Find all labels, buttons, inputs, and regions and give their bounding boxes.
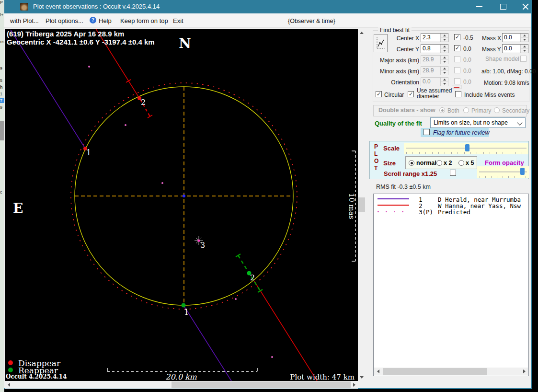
size-x5-label: x 5 (466, 160, 474, 166)
scroll-left-arrow[interactable] (374, 368, 382, 375)
app-icon[interactable] (20, 3, 28, 11)
chord1-swatch (378, 198, 409, 199)
center-dot (183, 195, 185, 197)
orientation-spinner: 0.0 (421, 77, 448, 86)
maximize-icon (500, 4, 506, 10)
observer-row[interactable]: 1 D Herald, near Murrumba (374, 196, 528, 202)
close-button[interactable] (515, 0, 536, 13)
occult-plot-window: Plot event observations : Occult v.4.202… (4, 0, 532, 389)
plot-vscrollbar[interactable] (358, 29, 366, 381)
observer-row[interactable]: 3(P) Predicted (374, 208, 528, 215)
size-normal-radio[interactable] (409, 160, 414, 166)
plot-letter: T (374, 165, 378, 172)
find-best-fit-title: Find best fit (378, 27, 412, 34)
chord1-departure (183, 305, 231, 381)
flag-checkbox[interactable] (424, 129, 430, 135)
red-line-icon (454, 87, 459, 88)
spinner-up-icon[interactable] (521, 34, 528, 38)
major-axis-checkbox (454, 56, 460, 62)
scale-slider-thumb[interactable] (465, 144, 469, 151)
strip-char: 5 (0, 78, 2, 83)
spinner-up-icon[interactable] (441, 34, 448, 38)
minimize-button[interactable] (469, 0, 490, 13)
center-y-checkbox[interactable] (454, 45, 460, 51)
scroll-left-arrow[interactable] (5, 381, 12, 389)
spinner-up-icon (441, 67, 448, 71)
spinner-up-icon[interactable] (521, 45, 528, 49)
center-x-checkbox[interactable] (454, 34, 460, 40)
size-x5-radio[interactable] (458, 160, 464, 166)
minor-axis-value: 28.9 (421, 67, 440, 75)
strip-block (0, 121, 4, 140)
occultation-plot[interactable]: (619) Triberga 2025 Apr 16 28.9 kmGeocen… (5, 29, 358, 381)
menu-help[interactable]: Help (99, 17, 112, 24)
fit-chart-icon (376, 36, 386, 50)
scroll-down-arrow[interactable] (358, 373, 366, 381)
listbox-hscrollbar[interactable] (374, 368, 528, 375)
double-primary-label: Primary (471, 107, 491, 114)
center-x-value: 2.3 (421, 34, 440, 42)
shape-model-label: Shape model (485, 56, 519, 62)
spinner-down-icon[interactable] (521, 49, 528, 53)
chord1-disappear-label: 1 (86, 148, 91, 157)
strip-char: 9 (0, 105, 2, 110)
form-opacity-slider[interactable] (477, 166, 529, 178)
observer-time-label: {Observer & time} (288, 18, 335, 24)
scroll-right-arrow[interactable] (520, 368, 528, 375)
spinner-up-icon (441, 56, 448, 60)
scale-slider[interactable] (404, 143, 528, 154)
plot-hscrollbar[interactable] (5, 381, 358, 389)
mass-x-spinner[interactable]: 0.0 (502, 33, 528, 42)
slider-ticks (406, 152, 526, 154)
circular-checkbox[interactable] (376, 91, 382, 97)
use-assumed-diameter-checkbox[interactable] (408, 91, 414, 97)
slider-groove (479, 171, 527, 173)
rms-fit-label: RMS fit -0.3 ±0.5 km (376, 184, 431, 190)
major-axis-spinner: 28.9 (421, 55, 448, 64)
plot-letter: O (374, 158, 378, 164)
maximize-button[interactable] (492, 0, 514, 13)
quality-select[interactable]: Limits on size, but no shape (430, 117, 526, 128)
spinner-down-icon[interactable] (521, 38, 528, 42)
vscrollbar-thumb[interactable] (358, 197, 365, 212)
help-icon[interactable] (90, 17, 96, 23)
flag-row: Flag for future review (421, 128, 489, 137)
strip-char: ns (0, 39, 4, 44)
flag-label: Flag for future review (433, 129, 489, 136)
mass-y-spinner[interactable]: 0.0 (502, 44, 528, 53)
double-both-label: Both (447, 107, 459, 114)
minor-axis-check-label: 0.0 (463, 68, 471, 74)
scroll-up-arrow[interactable] (358, 29, 366, 36)
listbox-scroll-thumb[interactable] (383, 368, 487, 375)
fit-chart-button[interactable] (374, 34, 388, 52)
strip-char: s (0, 66, 2, 70)
orientation-value: 0.0 (421, 78, 440, 86)
menubar: with Plot... Plot options... Help Keep f… (4, 13, 531, 28)
hscrollbar-thumb[interactable] (172, 381, 351, 388)
include-miss-events-checkbox[interactable] (455, 91, 461, 97)
minor-axis-label: Minor axis (km) (376, 68, 419, 75)
menu-exit[interactable]: Exit (173, 17, 183, 24)
observer-row[interactable]: 2 W Hanna, near Yass, Nsw (374, 202, 528, 208)
scroll-range-checkbox[interactable] (450, 170, 456, 176)
observer-id: 3(P) (419, 208, 433, 216)
double-primary-radio (463, 107, 469, 113)
minor-axis-spinner: 28.9 (421, 66, 448, 75)
menu-plot-options[interactable]: Plot options... (46, 17, 83, 24)
red-line-button[interactable] (452, 85, 461, 89)
spinner-up-icon[interactable] (441, 45, 448, 49)
major-axis-value: 28.9 (421, 56, 440, 64)
center-y-spinner[interactable]: 0.8 (421, 44, 448, 53)
observer-listbox[interactable]: 1 D Herald, near Murrumba 2 W Hanna, nea… (373, 194, 529, 376)
spinner-down-icon[interactable] (441, 38, 448, 42)
reappear-legend-dot (8, 368, 13, 372)
menu-with-plot[interactable]: with Plot... (10, 17, 39, 24)
center-x-spinner[interactable]: 2.3 (421, 33, 448, 42)
menu-keep-form-on-top[interactable]: Keep form on top (120, 17, 168, 24)
spinner-down-icon[interactable] (441, 49, 448, 53)
predicted-dot (125, 124, 126, 126)
form-opacity-slider-thumb[interactable] (520, 168, 525, 175)
scroll-right-arrow[interactable] (350, 381, 358, 389)
size-x2-radio[interactable] (436, 160, 442, 166)
spinner-up-icon (441, 78, 448, 82)
